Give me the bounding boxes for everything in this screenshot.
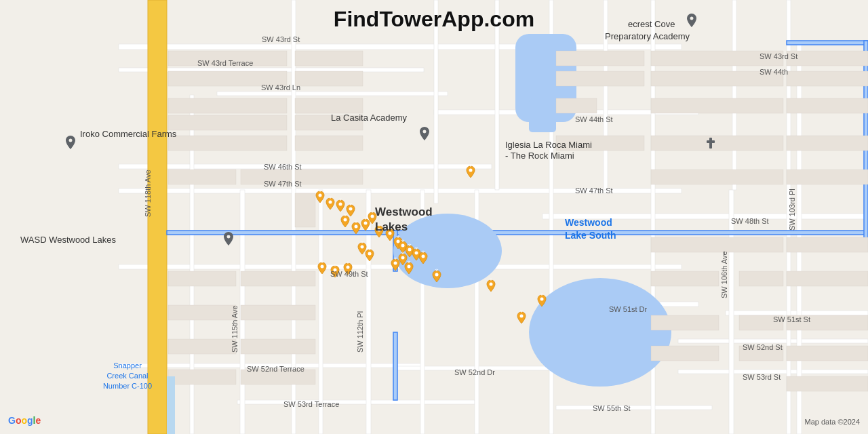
svg-text:SW 112th Pl: SW 112th Pl (356, 311, 364, 353)
svg-rect-56 (295, 193, 315, 227)
svg-text:SW 52nd Dr: SW 52nd Dr (454, 368, 495, 376)
svg-rect-83 (651, 346, 719, 361)
svg-rect-69 (787, 136, 868, 151)
svg-point-198 (540, 298, 544, 301)
svg-text:SW 53rd Terrace: SW 53rd Terrace (283, 400, 339, 408)
svg-text:Creek Canal: Creek Canal (106, 372, 148, 380)
svg-text:WASD Westwood Lakes: WASD Westwood Lakes (20, 235, 116, 245)
svg-rect-74 (241, 305, 315, 320)
svg-rect-82 (651, 315, 719, 330)
svg-point-194 (490, 283, 493, 286)
map-data-credit: Map data ©2024 (805, 418, 861, 426)
svg-text:- The Rock Miami: - The Rock Miami (505, 151, 574, 161)
svg-rect-42 (529, 98, 556, 132)
svg-rect-73 (168, 305, 236, 320)
svg-point-40 (529, 278, 671, 387)
svg-rect-51 (295, 71, 363, 86)
svg-rect-57 (556, 51, 644, 66)
svg-rect-72 (241, 271, 315, 286)
svg-rect-46 (168, 115, 287, 130)
svg-point-106 (339, 203, 342, 206)
svg-text:Snapper: Snapper (113, 361, 142, 370)
svg-point-142 (401, 244, 405, 248)
svg-point-186 (394, 262, 397, 265)
svg-text:SW 49th St: SW 49th St (330, 270, 368, 278)
svg-text:La Casita Academy: La Casita Academy (331, 113, 408, 123)
svg-rect-91 (167, 376, 175, 434)
svg-text:SW 55th St: SW 55th St (593, 404, 631, 412)
svg-text:SW 115th Ave: SW 115th Ave (231, 305, 239, 353)
svg-text:SW 52nd St: SW 52nd St (743, 343, 783, 351)
svg-text:SW 44th St: SW 44th St (575, 115, 613, 123)
google-logo: Google (8, 415, 41, 426)
svg-text:SW 103rd Pl: SW 103rd Pl (788, 189, 796, 231)
svg-rect-26 (604, 0, 608, 190)
svg-rect-58 (556, 71, 644, 86)
svg-text:SW 47th St: SW 47th St (575, 186, 613, 195)
svg-rect-28 (732, 0, 736, 190)
page-title: FindTowerApp.com (334, 7, 534, 32)
svg-point-162 (368, 252, 372, 256)
svg-point-170 (435, 273, 439, 277)
svg-text:Westwood: Westwood (375, 205, 433, 218)
svg-rect-21 (729, 190, 734, 434)
svg-rect-67 (787, 71, 868, 86)
svg-rect-47 (168, 136, 287, 151)
svg-rect-16 (556, 406, 712, 410)
map-container: SW 43rd St SW 43rd St SW 44th SW 43rd Te… (0, 0, 868, 434)
svg-rect-70 (787, 170, 868, 184)
svg-rect-48 (168, 170, 236, 184)
svg-text:ecrest Cove: ecrest Cove (628, 19, 675, 29)
svg-text:SW 48th St: SW 48th St (731, 217, 769, 225)
svg-point-166 (401, 256, 405, 260)
svg-text:SW 52nd Terrace: SW 52nd Terrace (247, 365, 304, 373)
svg-point-102 (329, 201, 332, 204)
svg-text:Preparatory Academy: Preparatory Academy (605, 31, 690, 41)
svg-point-138 (397, 240, 400, 243)
svg-rect-64 (651, 136, 783, 151)
svg-rect-81 (739, 271, 783, 286)
svg-rect-86 (787, 237, 868, 252)
svg-text:SW 51st St: SW 51st St (773, 315, 810, 323)
svg-text:SW 118th Ave: SW 118th Ave (144, 170, 152, 217)
svg-point-118 (344, 218, 347, 222)
svg-rect-1 (119, 44, 682, 50)
svg-point-114 (371, 215, 374, 218)
svg-rect-76 (241, 339, 315, 354)
svg-rect-80 (651, 271, 719, 286)
svg-text:SW 43rd Terrace: SW 43rd Terrace (197, 59, 253, 67)
svg-point-202 (520, 315, 524, 318)
svg-rect-79 (651, 237, 783, 252)
svg-rect-65 (651, 170, 783, 184)
svg-point-98 (319, 194, 322, 197)
svg-text:Lake South: Lake South (565, 230, 616, 241)
svg-rect-45 (168, 98, 287, 113)
svg-rect-15 (237, 400, 475, 404)
svg-rect-54 (295, 136, 363, 151)
svg-text:SW 53rd St: SW 53rd St (743, 373, 781, 381)
svg-point-146 (408, 248, 412, 252)
svg-text:SW 106th Ave: SW 106th Ave (720, 251, 728, 298)
svg-text:Number C-100: Number C-100 (103, 382, 152, 390)
svg-rect-35 (393, 332, 397, 400)
svg-text:SW 44th: SW 44th (760, 68, 788, 76)
svg-point-158 (361, 245, 364, 249)
svg-rect-87 (787, 271, 868, 286)
svg-text:Iroko Commercial Farms: Iroko Commercial Farms (80, 129, 177, 139)
svg-rect-63 (651, 98, 783, 113)
svg-text:SW 51st Dr: SW 51st Dr (609, 305, 648, 313)
svg-point-110 (349, 208, 353, 211)
svg-text:SW 43rd Ln: SW 43rd Ln (261, 83, 300, 92)
svg-point-174 (321, 265, 324, 269)
svg-rect-59 (556, 98, 597, 113)
svg-text:Lakes: Lakes (375, 220, 408, 233)
svg-text:Westwood: Westwood (565, 217, 612, 228)
svg-rect-93 (707, 140, 715, 143)
map-svg: SW 43rd St SW 43rd St SW 44th SW 43rd Te… (0, 0, 868, 434)
svg-point-190 (408, 265, 411, 269)
svg-point-94 (469, 169, 473, 172)
svg-rect-52 (295, 98, 363, 113)
svg-text:SW 46th St: SW 46th St (264, 163, 302, 171)
svg-point-182 (347, 266, 350, 269)
svg-rect-55 (295, 170, 363, 184)
